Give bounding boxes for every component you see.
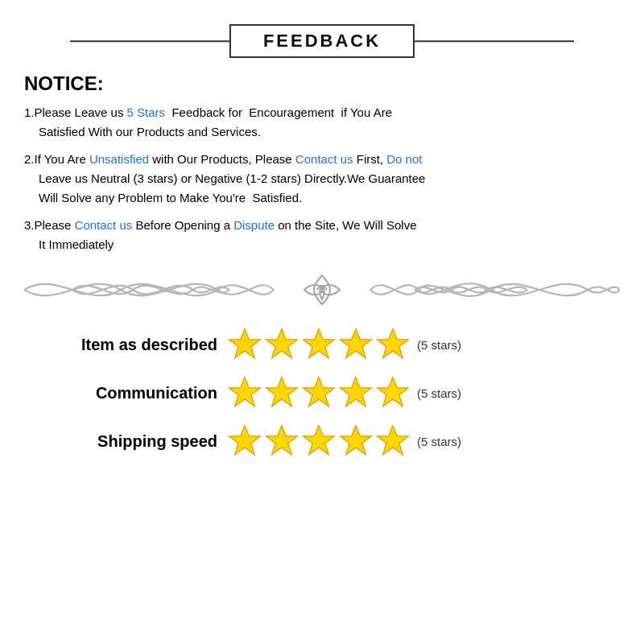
stars-communication: (5 stars) xyxy=(227,375,461,411)
stars-shipping: (5 stars) xyxy=(227,423,461,459)
svg-marker-6 xyxy=(266,378,298,407)
svg-marker-9 xyxy=(378,378,409,407)
star-2 xyxy=(264,327,299,362)
stars-label-shipping: (5 stars) xyxy=(417,435,461,448)
svg-marker-10 xyxy=(229,426,261,455)
ship-star-5 xyxy=(375,423,411,459)
five-stars-text: 5 Stars xyxy=(127,105,166,119)
ship-star-4 xyxy=(338,423,374,459)
rating-row-item-described: Item as described xyxy=(40,327,620,362)
contact-us-text-2: Contact us xyxy=(75,218,133,232)
feedback-header: FEEDBACK xyxy=(24,24,620,58)
comm-star-3 xyxy=(301,375,336,411)
ship-star-2 xyxy=(264,423,299,459)
contact-us-text-1: Contact us xyxy=(295,152,353,166)
star-5 xyxy=(375,327,411,362)
notice-item-3: 3.Please Contact us Before Opening a Dis… xyxy=(24,216,620,254)
decorative-divider xyxy=(24,266,620,314)
comm-star-4 xyxy=(338,375,374,411)
rating-label-item-described: Item as described xyxy=(40,336,217,354)
dispute-text: Dispute xyxy=(233,218,275,232)
rating-row-communication: Communication xyxy=(40,375,620,411)
stars-label-communication: (5 stars) xyxy=(417,386,461,400)
rating-section: Item as described xyxy=(24,327,620,459)
comm-star-5 xyxy=(375,375,411,411)
unsatisfied-text: Unsatisfied xyxy=(89,152,149,166)
svg-marker-7 xyxy=(303,378,335,407)
ship-star-1 xyxy=(227,423,262,459)
comm-star-2 xyxy=(264,375,299,411)
svg-marker-13 xyxy=(341,426,372,455)
svg-marker-14 xyxy=(378,426,409,455)
svg-marker-1 xyxy=(266,329,298,358)
notice-title: NOTICE: xyxy=(24,72,620,95)
notice-item-2: 2.If You Are Unsatisfied with Our Produc… xyxy=(24,150,620,208)
svg-marker-5 xyxy=(229,378,261,407)
rating-label-communication: Communication xyxy=(40,384,217,402)
svg-marker-4 xyxy=(378,329,409,358)
stars-label-item-described: (5 stars) xyxy=(417,338,461,352)
star-4 xyxy=(338,327,374,362)
ship-star-3 xyxy=(301,423,336,459)
rating-label-shipping: Shipping speed xyxy=(40,432,217,451)
svg-marker-11 xyxy=(266,426,298,455)
comm-star-1 xyxy=(227,375,262,411)
star-1 xyxy=(227,327,262,362)
svg-marker-3 xyxy=(341,329,372,358)
svg-marker-12 xyxy=(303,426,335,455)
notice-section: NOTICE: 1.Please Leave us 5 Stars Feedba… xyxy=(24,72,620,254)
svg-marker-0 xyxy=(229,329,261,358)
svg-marker-8 xyxy=(341,378,372,407)
svg-marker-2 xyxy=(303,329,335,358)
rating-row-shipping: Shipping speed xyxy=(40,423,620,459)
do-not-text: Do not xyxy=(386,152,422,166)
stars-item-described: (5 stars) xyxy=(227,327,461,362)
notice-item-1: 1.Please Leave us 5 Stars Feedback for E… xyxy=(24,103,620,142)
star-3 xyxy=(301,327,336,362)
feedback-title-box: FEEDBACK xyxy=(229,24,415,58)
feedback-title: FEEDBACK xyxy=(263,31,381,51)
